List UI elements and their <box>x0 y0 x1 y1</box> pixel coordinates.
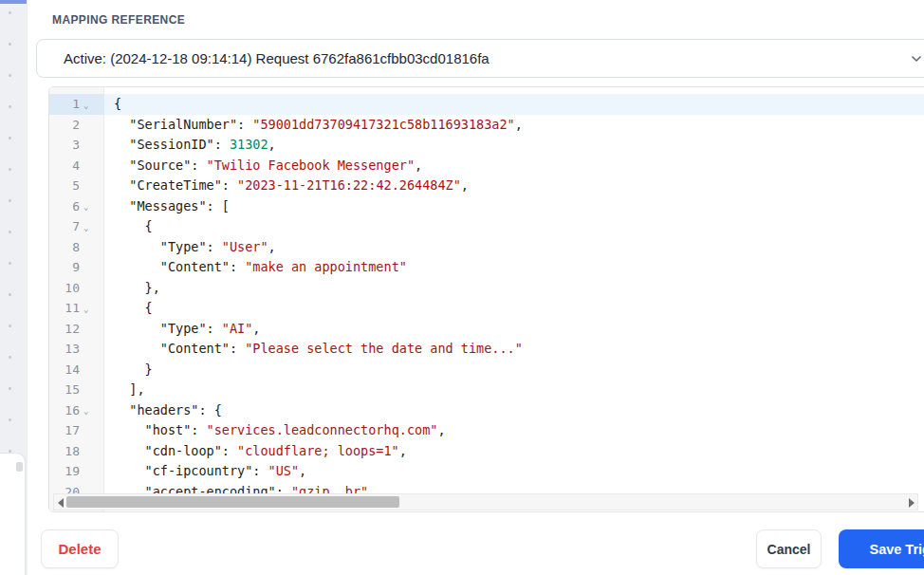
line-number-cell: 9 <box>49 257 104 278</box>
code-line-content: "cf-ipcountry": "US", <box>104 461 924 482</box>
line-number: 15 <box>55 380 80 400</box>
code-line[interactable]: 17 "host": "services.leadconnectorhq.com… <box>49 420 924 441</box>
code-line[interactable]: 4 "Source": "Twilio Facebook Messenger", <box>49 156 924 176</box>
line-number-cell: 5 <box>49 176 104 196</box>
line-number: 11 <box>55 298 80 319</box>
line-number: 4 <box>55 156 80 176</box>
code-line-content: "headers": { <box>104 400 924 421</box>
code-line-content: "Content": "Please select the date and t… <box>104 339 924 360</box>
code-line[interactable]: 15 ], <box>49 380 924 400</box>
code-line[interactable]: 9 "Content": "make an appointment" <box>49 257 924 278</box>
code-line[interactable]: 6⌄ "Messages": [ <box>49 196 924 217</box>
code-line[interactable]: 10 }, <box>49 278 924 299</box>
line-number-cell: 18 <box>49 441 104 462</box>
line-number-cell: 14 <box>49 360 104 380</box>
request-selector[interactable]: Active: (2024-12-18 09:14:14) Request 67… <box>36 39 924 78</box>
line-number-cell: 8 <box>49 237 104 258</box>
line-number-cell: 11⌄ <box>49 298 104 319</box>
code-line[interactable]: 20 "accept-encoding": "gzip, br", <box>49 482 924 494</box>
fold-toggle-icon[interactable]: ⌄ <box>83 96 88 117</box>
code-line-content: "host": "services.leadconnectorhq.com", <box>104 420 924 441</box>
code-line[interactable]: 13 "Content": "Please select the date an… <box>49 339 924 360</box>
fold-toggle-icon[interactable]: ⌄ <box>83 197 88 218</box>
line-number-cell: 6⌄ <box>49 196 104 217</box>
canvas-connector-edge <box>0 0 27 4</box>
delete-button[interactable]: Delete <box>41 529 119 568</box>
code-line-content: { <box>104 94 924 115</box>
cancel-button[interactable]: Cancel <box>756 529 822 568</box>
code-line[interactable]: 11⌄ { <box>49 298 924 319</box>
line-number: 9 <box>55 257 80 278</box>
code-line[interactable]: 2 "SerialNumber": "59001dd73709417321c58… <box>49 115 924 136</box>
line-number-cell: 2 <box>49 115 104 136</box>
request-selector-value: Active: (2024-12-18 09:14:14) Request 67… <box>64 40 490 77</box>
line-number-cell: 13 <box>49 339 104 360</box>
line-number-cell: 3 <box>49 135 104 156</box>
line-number-cell: 4 <box>49 156 104 176</box>
code-line-content: "cdn-loop": "cloudflare; loops=1", <box>104 441 924 462</box>
fold-toggle-icon[interactable]: ⌄ <box>83 300 88 321</box>
line-number-cell: 12 <box>49 319 104 340</box>
line-number: 19 <box>55 461 80 482</box>
line-number: 17 <box>55 420 80 441</box>
line-number: 12 <box>55 319 80 340</box>
code-line[interactable]: 8 "Type": "User", <box>49 237 924 258</box>
line-number-cell: 10 <box>49 278 104 299</box>
code-line[interactable]: 16⌄ "headers": { <box>49 400 924 421</box>
mapping-reference-title: MAPPING REFERENCE <box>52 13 185 27</box>
code-line[interactable]: 18 "cdn-loop": "cloudflare; loops=1", <box>49 441 924 462</box>
line-number-cell: 7⌄ <box>49 216 104 237</box>
line-number: 1 <box>55 94 80 115</box>
panel-left-edge <box>27 0 28 575</box>
line-number: 7 <box>55 216 80 237</box>
code-line-content: "Source": "Twilio Facebook Messenger", <box>104 156 924 176</box>
code-line-content: }, <box>104 278 924 299</box>
code-line-content: "Content": "make an appointment" <box>104 257 924 278</box>
line-number-cell: 1⌄ <box>49 94 104 115</box>
code-line[interactable]: 12 "Type": "AI", <box>49 319 924 340</box>
code-line-content: "Type": "AI", <box>104 319 924 340</box>
line-number: 3 <box>55 135 80 156</box>
line-number-cell: 16⌄ <box>49 400 104 421</box>
fold-toggle-icon[interactable]: ⌄ <box>83 401 88 422</box>
code-line-content: "CreateTime": "2023-11-21T16:22:42.26448… <box>104 176 924 196</box>
code-line-content: { <box>104 298 924 319</box>
chevron-down-icon <box>910 52 923 65</box>
line-number: 16 <box>55 400 80 421</box>
code-line[interactable]: 3 "SessionID": 31302, <box>49 135 924 156</box>
line-number: 20 <box>55 482 80 494</box>
line-number-cell: 20 <box>49 482 104 494</box>
code-line-content: "accept-encoding": "gzip, br", <box>104 482 924 494</box>
code-line[interactable]: 5 "CreateTime": "2023-11-21T16:22:42.264… <box>49 176 924 196</box>
line-number: 10 <box>55 278 80 299</box>
scroll-right-arrow-icon[interactable] <box>909 498 915 508</box>
scrollbar-thumb[interactable] <box>66 496 399 508</box>
line-number-cell: 17 <box>49 420 104 441</box>
line-number-cell: 15 <box>49 380 104 400</box>
line-number: 8 <box>55 237 80 258</box>
save-trigger-button[interactable]: Save Trigger <box>839 529 924 568</box>
line-number-cell: 19 <box>49 461 104 482</box>
line-number: 6 <box>55 196 80 217</box>
scroll-left-arrow-icon[interactable] <box>58 498 64 508</box>
code-line[interactable]: 19 "cf-ipcountry": "US", <box>49 461 924 482</box>
code-line-content: "SerialNumber": "59001dd73709417321c58b1… <box>104 115 924 136</box>
code-line-content: "Type": "User", <box>104 237 924 258</box>
code-line-content: ], <box>104 380 924 400</box>
editor-code-lines: 1⌄{2 "SerialNumber": "59001dd73709417321… <box>49 87 924 493</box>
line-number: 18 <box>55 441 80 462</box>
code-line[interactable]: 7⌄ { <box>49 216 924 237</box>
line-number: 5 <box>55 176 80 196</box>
editor-horizontal-scrollbar[interactable] <box>53 493 918 510</box>
code-line[interactable]: 14 } <box>49 360 924 380</box>
line-number: 13 <box>55 339 80 360</box>
fold-toggle-icon[interactable]: ⌄ <box>83 218 88 239</box>
code-line-content: "Messages": [ <box>104 196 924 217</box>
background-node-chip <box>16 462 23 472</box>
line-number: 2 <box>55 115 80 136</box>
code-line-content: { <box>104 216 924 237</box>
json-code-editor[interactable]: 1⌄{2 "SerialNumber": "59001dd73709417321… <box>48 86 924 512</box>
code-line-content: "SessionID": 31302, <box>104 135 924 156</box>
code-line[interactable]: 1⌄{ <box>49 94 924 115</box>
line-number: 14 <box>55 360 80 380</box>
